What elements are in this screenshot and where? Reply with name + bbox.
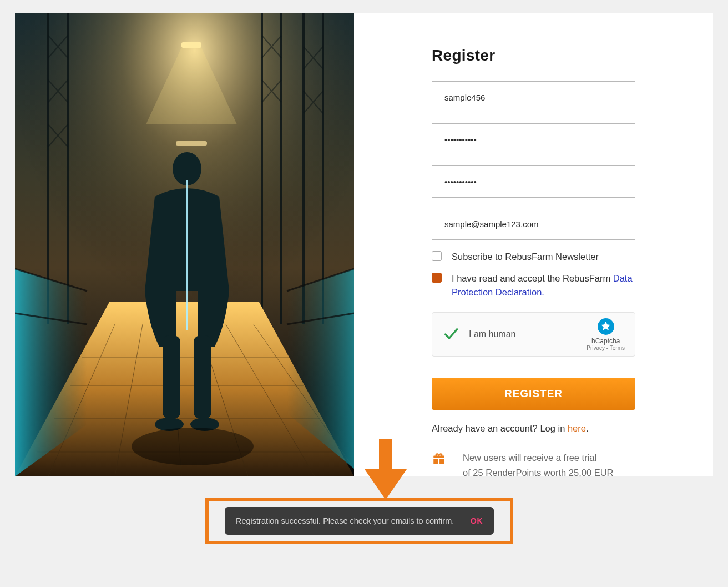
captcha-brand: hCaptcha Privacy - Terms xyxy=(587,318,625,351)
page-title: Register xyxy=(432,47,635,64)
register-button[interactable]: REGISTER xyxy=(432,378,635,410)
register-form: Register Subscribe to RebusFarm Newslett… xyxy=(354,13,713,476)
hero-image xyxy=(15,13,354,476)
terms-row: I have read and accept the RebusFarm Dat… xyxy=(432,272,635,299)
gift-icon xyxy=(432,451,446,466)
svg-rect-41 xyxy=(176,141,207,146)
success-toast: Registration successful. Please check yo… xyxy=(225,507,494,535)
register-card: Register Subscribe to RebusFarm Newslett… xyxy=(15,13,713,476)
svg-rect-44 xyxy=(194,335,211,419)
newsletter-checkbox[interactable] xyxy=(432,251,442,261)
hcaptcha-logo-icon xyxy=(598,318,614,335)
newsletter-label: Subscribe to RebusFarm Newsletter xyxy=(452,250,635,264)
toast-highlight-frame: Registration successful. Please check yo… xyxy=(205,498,513,544)
captcha-check-icon xyxy=(442,326,459,343)
toast-message: Registration successful. Please check yo… xyxy=(236,516,454,525)
trial-line-1: New users will receive a free trial xyxy=(463,450,614,465)
captcha-label: I am human xyxy=(469,329,587,339)
trial-row: New users will receive a free trial of 2… xyxy=(432,450,635,480)
email-field[interactable] xyxy=(432,208,635,240)
terms-label: I have read and accept the RebusFarm Dat… xyxy=(452,272,635,299)
terms-checkbox[interactable] xyxy=(432,273,442,283)
username-field[interactable] xyxy=(432,81,635,113)
captcha-brand-links[interactable]: Privacy - Terms xyxy=(587,345,625,351)
svg-rect-39 xyxy=(181,42,201,48)
password-field[interactable] xyxy=(432,123,635,155)
login-suffix: . xyxy=(586,423,589,433)
login-prefix: Already have an account? Log in xyxy=(432,423,568,433)
newsletter-row: Subscribe to RebusFarm Newsletter xyxy=(432,250,635,264)
password-confirm-field[interactable] xyxy=(432,165,635,198)
terms-prefix: I have read and accept the RebusFarm xyxy=(452,273,613,283)
trial-text: New users will receive a free trial of 2… xyxy=(463,450,614,480)
login-here-link[interactable]: here xyxy=(568,423,586,433)
captcha-brand-name: hCaptcha xyxy=(587,337,625,345)
login-line: Already have an account? Log in here. xyxy=(432,423,635,434)
svg-point-48 xyxy=(132,428,254,465)
trial-line-2: of 25 RenderPoints worth 25,00 EUR xyxy=(463,465,614,480)
hcaptcha-widget[interactable]: I am human hCaptcha Privacy - Terms xyxy=(432,312,635,357)
toast-ok-button[interactable]: OK xyxy=(471,516,483,525)
svg-rect-43 xyxy=(163,335,180,419)
arrow-down-icon xyxy=(363,439,408,500)
